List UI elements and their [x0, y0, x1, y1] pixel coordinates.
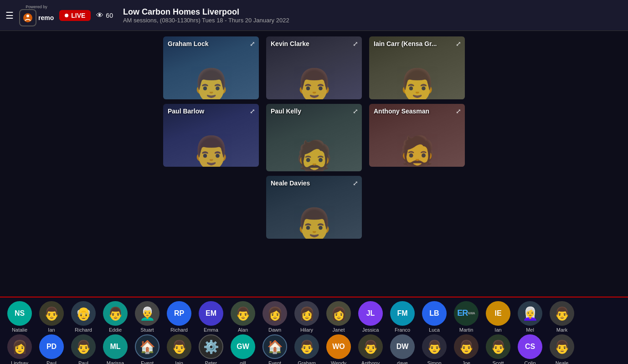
participant-wendy[interactable]: WO Wendy: [324, 334, 353, 364]
participant-hilary[interactable]: 👩 Hilary: [293, 301, 321, 333]
participant-alan[interactable]: 👨 Alan: [229, 301, 257, 333]
name-event-2: Event: [268, 360, 281, 364]
name-peter: Peter: [205, 360, 217, 364]
participant-neale-photo[interactable]: 👨 Neale: [548, 334, 576, 364]
participant-luca[interactable]: LB Luca: [420, 301, 448, 333]
avatar-joe: 👨: [454, 334, 479, 359]
expand-icon-anthony-seasman[interactable]: ⤢: [456, 108, 461, 115]
name-iain-photo: Iain: [175, 360, 183, 364]
participant-colin[interactable]: CS Colin: [516, 334, 544, 364]
participants-row-2: 👩 Lindsay PD Paul 👨 Paul ML Marissa 🏠 Ev…: [5, 334, 623, 364]
participant-eddie[interactable]: 👨 Eddie: [101, 301, 129, 333]
avatar-mel: 👩‍🦳: [518, 301, 542, 326]
participant-paul-pd[interactable]: PD Paul: [37, 334, 66, 364]
avatar-event-1: 🏠: [135, 334, 160, 359]
participant-stuart[interactable]: 👨‍🦳 Stuart: [133, 301, 161, 333]
participant-event-1[interactable]: 🏠 Event: [133, 334, 161, 364]
participant-mel[interactable]: 👩‍🦳 Mel: [516, 301, 544, 333]
participant-lindsay[interactable]: 👩 Lindsay: [5, 334, 34, 364]
participant-simon[interactable]: 👨 Simon: [420, 334, 448, 364]
expand-icon-graham[interactable]: ⤢: [250, 40, 255, 47]
participant-paul-photo[interactable]: 👨 Paul: [69, 334, 98, 364]
name-richard-2: Richard: [170, 327, 188, 333]
name-dave: dave: [397, 360, 408, 364]
avatar-gill: GW: [231, 334, 255, 359]
tile-name-iain: Iain Carr (Kensa Gr...: [374, 40, 437, 47]
avatar-dawn: 👩: [263, 301, 287, 326]
name-ian-1: Ian: [48, 327, 55, 333]
participant-anthony[interactable]: 👨 Anthony: [356, 334, 385, 364]
participant-janet[interactable]: 👩 Janet: [324, 301, 353, 333]
expand-icon-paul-kelly[interactable]: ⤢: [353, 108, 358, 115]
participant-ian-1[interactable]: 👨 Ian: [37, 301, 66, 333]
avatar-jessica: JL: [358, 301, 383, 326]
name-marissa: Marissa: [107, 360, 124, 364]
name-graham-photo: Graham: [298, 360, 316, 364]
name-joe: Joe: [462, 360, 470, 364]
video-tile-anthony-seasman[interactable]: Anthony Seasman ⤢ 🧔: [369, 104, 465, 167]
participant-franco[interactable]: FM Franco: [388, 301, 417, 333]
video-tile-iain[interactable]: Iain Carr (Kensa Gr... ⤢ 👨: [369, 36, 465, 99]
video-column-left: Graham Lock ⤢ 👨 Paul Barlow ⤢ 👨: [163, 36, 259, 167]
avatar-natalie: NS: [7, 301, 32, 326]
avatar-graham-photo: 👨: [294, 334, 319, 359]
video-tile-kevin[interactable]: Kevin Clarke ⤢ 👨: [266, 36, 362, 99]
participant-richard-1[interactable]: 👴 Richard: [69, 301, 98, 333]
avatar-iain-photo: 👨: [167, 334, 191, 359]
viewers-count: 👁 60: [96, 11, 113, 20]
avatar-dave: DW: [390, 334, 415, 359]
name-neale-photo: Neale: [556, 360, 569, 364]
live-label: LIVE: [71, 12, 85, 19]
participant-graham-photo[interactable]: 👨 Graham: [293, 334, 321, 364]
participant-scott[interactable]: 👨 Scott: [484, 334, 512, 364]
event-subtitle: AM sessions, (0830-1130hrs) Tues 18 - Th…: [123, 17, 289, 24]
name-luca: Luca: [429, 327, 440, 333]
expand-icon-kevin[interactable]: ⤢: [353, 40, 358, 47]
participant-peter[interactable]: ⚙️ Peter: [197, 334, 225, 364]
participant-dave[interactable]: DW dave: [388, 334, 417, 364]
participant-joe[interactable]: 👨 Joe: [452, 334, 480, 364]
tile-name-paul-barlow: Paul Barlow: [168, 108, 204, 115]
participant-gill[interactable]: GW gill: [229, 334, 257, 364]
participant-iain-photo[interactable]: 👨 Iain: [165, 334, 193, 364]
participant-event-2[interactable]: 🏠 Event: [261, 334, 289, 364]
avatar-ian-1: 👨: [39, 301, 64, 326]
name-wendy: Wendy: [331, 360, 346, 364]
participant-martin[interactable]: ER NWA Martin: [452, 301, 480, 333]
name-janet: Janet: [333, 327, 345, 333]
avatar-paul-pd: PD: [39, 334, 64, 359]
event-title: Low Carbon Homes Liverpool: [123, 7, 289, 17]
participant-jessica[interactable]: JL Jessica: [356, 301, 385, 333]
name-martin: Martin: [459, 327, 474, 333]
powered-by-text: Powered by: [26, 5, 47, 9]
avatar-marissa: ML: [103, 334, 128, 359]
video-tile-neale[interactable]: Neale Davies ⤢ 👨: [266, 176, 362, 239]
video-tile-graham[interactable]: Graham Lock ⤢ 👨: [163, 36, 259, 99]
name-paul-photo: Paul: [78, 360, 88, 364]
name-natalie: Natalie: [12, 327, 27, 333]
participant-ian-2[interactable]: IE Ian: [484, 301, 512, 333]
video-tile-paul-barlow[interactable]: Paul Barlow ⤢ 👨: [163, 104, 259, 167]
avatar-richard-2: RP: [167, 301, 191, 326]
live-dot: [65, 14, 68, 17]
participant-mark[interactable]: 👨 Mark: [548, 301, 576, 333]
participant-emma[interactable]: EM Emma: [197, 301, 225, 333]
expand-icon-paul-barlow[interactable]: ⤢: [250, 108, 255, 115]
participant-dawn[interactable]: 👩 Dawn: [261, 301, 289, 333]
participant-natalie[interactable]: NS Natalie: [5, 301, 34, 333]
avatar-ian-2: IE: [486, 301, 510, 326]
video-tile-paul-kelly[interactable]: Paul Kelly ⤢ 🧔: [266, 104, 362, 171]
expand-icon-neale[interactable]: ⤢: [353, 179, 358, 187]
menu-icon[interactable]: ☰: [5, 10, 14, 21]
participant-richard-2[interactable]: RP Richard: [165, 301, 193, 333]
name-eddie: Eddie: [109, 327, 122, 333]
name-franco: Franco: [395, 327, 410, 333]
expand-icon-iain[interactable]: ⤢: [456, 40, 461, 47]
participant-marissa[interactable]: ML Marissa: [101, 334, 129, 364]
avatar-event-2: 🏠: [263, 334, 287, 359]
avatar-colin: CS: [518, 334, 542, 359]
remo-logo-icon: [19, 9, 36, 26]
avatar-franco: FM: [390, 301, 415, 326]
event-info: Low Carbon Homes Liverpool AM sessions, …: [123, 7, 289, 24]
name-emma: Emma: [204, 327, 218, 333]
